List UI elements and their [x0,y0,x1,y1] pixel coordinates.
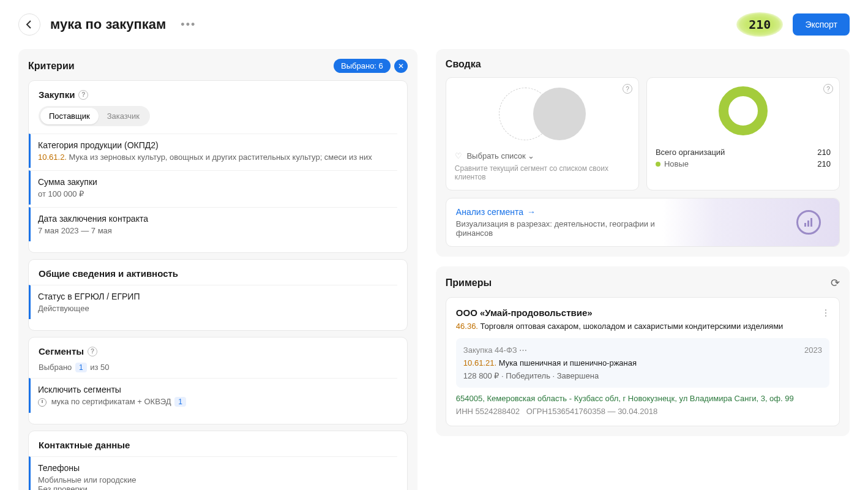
company-inn: ИНН 5524288402 [456,407,520,416]
okpd-code: 10.61.2. [38,153,67,162]
criteria-label: Категория продукции (ОКПД2) [38,140,397,150]
arrow-right-icon: → [527,207,536,217]
purchases-card: Закупки ? Поставщик Заказчик Категория п… [28,80,408,253]
role-toggle: Поставщик Заказчик [39,106,150,126]
select-list-dropdown[interactable]: ♡ Выбрать список ⌄ [455,151,630,160]
criteria-item[interactable]: Исключить сегменты мука по сертификатам … [29,378,397,413]
donut-chart [719,86,768,135]
criteria-item[interactable]: Телефоны Мобильные или городские Без про… [29,456,397,490]
selected-count-pill[interactable]: Выбрано: 6 [334,59,391,73]
purchase-type: Закупка 44-ФЗ [463,345,517,355]
criteria-title: Критерии [28,61,75,72]
chart-icon [796,210,821,235]
okved-code: 46.36. [456,322,478,331]
criteria-label: Сумма закупки [38,177,397,187]
page-title: мука по закупкам [50,17,166,32]
toggle-supplier[interactable]: Поставщик [40,108,99,124]
criteria-label: Статус в ЕГРЮЛ / ЕГРИП [38,292,397,301]
segments-title: Сегменты [39,346,84,356]
general-card: Общие сведения и активность Статус в ЕГР… [28,259,408,331]
company-name[interactable]: ООО «Умай-продовольствие» [456,307,593,318]
heart-icon: ♡ [455,151,462,160]
svg-rect-0 [804,223,806,227]
examples-section: Примеры ⟳ ООО «Умай-продовольствие» ⋯ 46… [436,266,850,436]
purchase-year: 2023 [804,345,822,355]
clock-icon [38,398,47,407]
more-button[interactable]: ••• [176,16,201,34]
dot-icon [656,162,660,167]
total-orgs-value: 210 [817,148,831,157]
exclude-badge: 1 [174,397,186,407]
purchase-box[interactable]: Закупка 44-ФЗ ⋯ 2023 10.61.21. Мука пшен… [456,338,829,388]
criteria-item[interactable]: Категория продукции (ОКПД2) 10.61.2. Мук… [29,134,397,168]
criteria-section: Критерии Выбрано: 6 ✕ Закупки ? Поставщи… [18,49,417,490]
criteria-label: Дата заключения контракта [38,214,397,224]
arrow-left-icon [24,20,34,29]
criteria-label: Телефоны [38,463,397,473]
criteria-item[interactable]: Сумма закупки от 100 000 ₽ [29,170,397,205]
export-button[interactable]: Экспорт [793,13,850,36]
example-card: ООО «Умай-продовольствие» ⋯ 46.36. Торго… [446,297,840,426]
stats-card: ? Всего организаций 210 Новые 210 [646,77,840,190]
help-icon[interactable]: ? [88,347,97,356]
purchase-code: 10.61.21. [463,358,496,368]
analysis-card[interactable]: Анализ сегмента → Визуализация в разреза… [446,198,840,247]
examples-title: Примеры [446,277,492,288]
example-more-button[interactable]: ⋯ [820,309,831,317]
new-label: Новые [664,159,689,168]
help-icon[interactable]: ? [623,84,632,94]
criteria-label: Исключить сегменты [38,385,397,394]
refresh-button[interactable]: ⟳ [831,276,840,290]
summary-title: Сводка [446,59,481,70]
contacts-title: Контактные данные [39,440,397,450]
venn-diagram [455,86,630,141]
total-orgs-label: Всего организаций [656,148,725,157]
segment-count-badge: 1 [75,363,87,372]
page-header: мука по закупкам ••• 210 Экспорт [18,12,850,37]
svg-rect-1 [807,221,809,227]
summary-section: Сводка ? ♡ Выбрать список ⌄ [436,49,850,257]
criteria-item[interactable]: Дата заключения контракта 7 мая 2023 — 7… [29,207,397,241]
general-title: Общие сведения и активность [39,268,397,279]
company-address: 654005, Кемеровская область - Кузбасс об… [456,394,829,403]
result-count-badge: 210 [736,12,783,37]
contacts-card: Контактные данные Телефоны Мобильные или… [28,431,408,490]
new-value: 210 [817,159,831,168]
company-ogrn: ОГРН1536541760358 — 30.04.2018 [526,407,658,416]
compare-description: Сравните текущий сегмент со списком свои… [455,164,630,181]
chevron-down-icon: ⌄ [528,151,534,160]
help-icon[interactable]: ? [78,90,88,100]
compare-card: ? ♡ Выбрать список ⌄ Сравните текущий се… [446,77,639,190]
purchase-more[interactable]: ⋯ [519,345,527,355]
svg-rect-2 [810,218,812,227]
analysis-description: Визуализация в разрезах: деятельности, г… [456,219,680,238]
purchases-title: Закупки [39,89,75,100]
back-button[interactable] [18,13,40,36]
criteria-item[interactable]: Статус в ЕГРЮЛ / ЕГРИП Действующее [29,285,397,319]
clear-criteria-button[interactable]: ✕ [394,59,408,73]
segments-card: Сегменты ? Выбрано 1 из 50 Исключить сег… [28,337,408,424]
help-icon[interactable]: ? [823,84,833,94]
toggle-customer[interactable]: Заказчик [99,108,148,124]
